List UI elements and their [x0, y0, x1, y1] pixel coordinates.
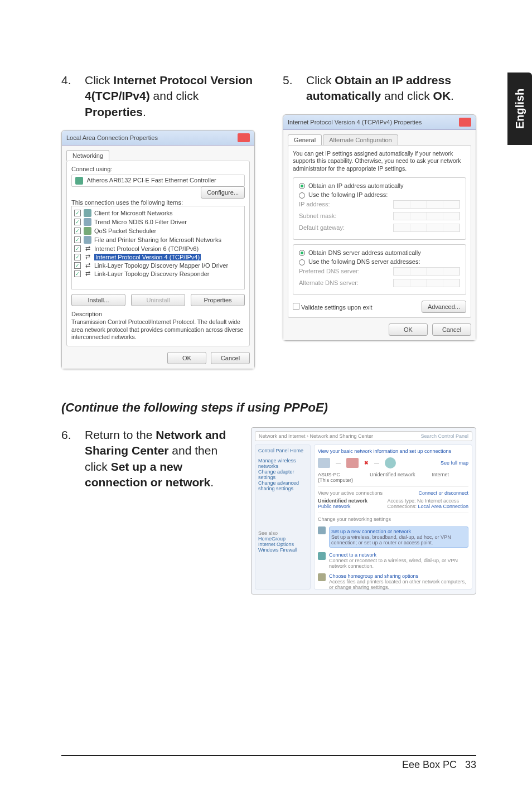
alt-dns-row: Alternate DNS server:	[299, 277, 460, 289]
titlebar: Internet Protocol Version 4 (TCP/IPv4) P…	[283, 115, 476, 130]
ip-input	[393, 200, 460, 209]
breadcrumb-text: Network and Internet › Network and Shari…	[259, 433, 373, 439]
radio-use-dns[interactable]: Use the following DNS server addresses:	[299, 258, 460, 265]
dialog-title: Internet Protocol Version 4 (TCP/IPv4) P…	[288, 119, 422, 125]
main-heading: View your basic network information and …	[318, 448, 468, 454]
ipv4-properties-dialog: Internet Protocol Version 4 (TCP/IPv4) P…	[283, 114, 476, 341]
close-icon[interactable]	[459, 118, 471, 127]
cancel-button[interactable]: Cancel	[432, 323, 471, 336]
checkbox-icon[interactable]: ✓	[74, 270, 81, 277]
ip-input	[393, 267, 460, 276]
radio-use-ip[interactable]: Use the following IP address:	[299, 191, 460, 199]
sidebar-item-adapter[interactable]: Change adapter settings	[258, 469, 307, 480]
sidebar-item-sharing[interactable]: Change advanced sharing settings	[258, 480, 307, 491]
step-number: 6.	[61, 427, 72, 490]
tab-general[interactable]: General	[288, 134, 322, 145]
breadcrumb[interactable]: Network and Internet › Network and Shari…	[255, 431, 472, 441]
list-item[interactable]: ✓QoS Packet Scheduler	[74, 226, 242, 235]
item-label: Link-Layer Topology Discovery Responder	[94, 270, 209, 277]
public-network-link[interactable]: Public network	[318, 504, 351, 509]
see-full-map-link[interactable]: See full map	[441, 460, 468, 466]
ip-group: Obtain an IP address automatically Use t…	[293, 177, 466, 240]
checkbox-icon[interactable]: ✓	[74, 254, 81, 260]
checkbox-icon	[293, 303, 299, 310]
label: Subnet mask:	[299, 212, 336, 219]
sidebar-item-wireless[interactable]: Manage wireless networks	[258, 458, 307, 469]
item-label: Internet Protocol Version 6 (TCP/IPv6)	[94, 245, 199, 252]
radio-obtain-dns[interactable]: Obtain DNS server address automatically	[299, 249, 460, 257]
item-label: Trend Micro NDIS 6.0 Filter Driver	[94, 219, 187, 225]
product-name: Eee Box PC	[402, 759, 457, 770]
list-item[interactable]: ✓Client for Microsoft Networks	[74, 209, 242, 218]
t: Return to the	[85, 428, 156, 441]
checkbox-icon[interactable]: ✓	[74, 219, 81, 225]
setup-new-connection-item[interactable]: Set up a new connection or networkSet up…	[318, 526, 468, 548]
checkbox-icon[interactable]: ✓	[74, 262, 81, 269]
sidebar-item-homegroup[interactable]: HomeGroup	[258, 536, 307, 542]
language-tab: English	[507, 73, 532, 145]
active-network-name: Unidentified network	[318, 498, 367, 504]
bold-ok: OK	[433, 89, 451, 102]
label: Use the following DNS server addresses:	[308, 258, 420, 265]
validate-checkbox[interactable]: Validate settings upon exit	[293, 303, 373, 311]
advanced-button[interactable]: Advanced...	[422, 301, 466, 313]
label: Default gateway:	[299, 224, 345, 231]
lac-link[interactable]: Local Area Connection	[418, 504, 468, 509]
list-item[interactable]: ✓⇄Internet Protocol Version 6 (TCP/IPv6)	[74, 244, 242, 253]
item-label: Internet Protocol Version 4 (TCP/IPv4)	[94, 254, 201, 260]
radio-icon	[299, 250, 305, 256]
component-icon	[84, 209, 91, 217]
checkbox-icon[interactable]: ✓	[74, 210, 81, 216]
list-item[interactable]: ✓Trend Micro NDIS 6.0 Filter Driver	[74, 218, 242, 226]
sidebar-item-firewall[interactable]: Windows Firewall	[258, 547, 307, 553]
search-placeholder[interactable]: Search Control Panel	[420, 433, 468, 439]
item-label: QoS Packet Scheduler	[94, 228, 156, 234]
ok-button[interactable]: OK	[167, 352, 206, 364]
access-value: No Internet access	[417, 498, 459, 504]
ok-button[interactable]: OK	[389, 323, 428, 336]
adapter-icon	[75, 177, 83, 185]
step-5: 5. Click Obtain an IP address automatica…	[283, 73, 476, 104]
connect-disconnect-link[interactable]: Connect or disconnect	[418, 490, 468, 496]
dns-group: Obtain DNS server address automatically …	[293, 244, 466, 295]
gateway-row: Default gateway:	[299, 222, 460, 234]
internet-label: Internet	[432, 472, 449, 483]
tab-networking[interactable]: Networking	[66, 150, 109, 161]
label: Use the following IP address:	[308, 191, 388, 198]
change-settings-label: Change your networking settings	[318, 516, 468, 522]
component-icon	[84, 236, 91, 244]
list-item[interactable]: ✓⇄Link-Layer Topology Discovery Responde…	[74, 269, 242, 278]
step-number: 5.	[283, 73, 294, 104]
list-item[interactable]: ✓File and Printer Sharing for Microsoft …	[74, 235, 242, 244]
adapter-name: Atheros AR8132 PCI-E Fast Ethernet Contr…	[86, 177, 216, 183]
components-list[interactable]: ✓Client for Microsoft Networks ✓Trend Mi…	[71, 206, 245, 289]
homegroup-item[interactable]: Choose homegroup and sharing optionsAcce…	[318, 573, 468, 590]
list-item[interactable]: ✓⇄Link-Layer Topology Discovery Mapper I…	[74, 261, 242, 269]
connect-to-network-item[interactable]: Connect to a networkConnect or reconnect…	[318, 552, 468, 569]
checkbox-icon[interactable]: ✓	[74, 228, 81, 234]
configure-button[interactable]: Configure...	[201, 186, 245, 199]
uninstall-button: Uninstall	[131, 294, 185, 306]
cancel-button[interactable]: Cancel	[211, 352, 250, 364]
continue-subheading: (Continue the following steps if using P…	[61, 400, 476, 415]
protocol-icon: ⇄	[84, 253, 91, 260]
t: Click	[306, 74, 335, 86]
t: and click	[381, 89, 433, 102]
homegroup-icon	[318, 573, 326, 581]
sidebar-item-internet-options[interactable]: Internet Options	[258, 542, 307, 547]
sidebar-item-home[interactable]: Control Panel Home	[258, 448, 307, 453]
checkbox-icon[interactable]: ✓	[74, 245, 81, 252]
step-text: Click Obtain an IP address automatically…	[306, 73, 476, 104]
description-label: Description	[71, 311, 245, 317]
checkbox-icon[interactable]: ✓	[74, 236, 81, 243]
tab-alternate[interactable]: Alternate Configuration	[323, 134, 398, 145]
page-footer: Eee Box PC 33	[61, 755, 476, 771]
properties-button[interactable]: Properties	[191, 294, 245, 306]
pc-sub: (This computer)	[318, 477, 353, 483]
sidebar-seealso: See also	[258, 530, 307, 536]
list-item-selected[interactable]: ✓⇄Internet Protocol Version 4 (TCP/IPv4)	[74, 253, 242, 261]
close-icon[interactable]	[238, 133, 250, 142]
install-button[interactable]: Install...	[71, 294, 125, 306]
label: Obtain DNS server address automatically	[308, 249, 421, 256]
radio-obtain-ip[interactable]: Obtain an IP address automatically	[299, 182, 460, 190]
